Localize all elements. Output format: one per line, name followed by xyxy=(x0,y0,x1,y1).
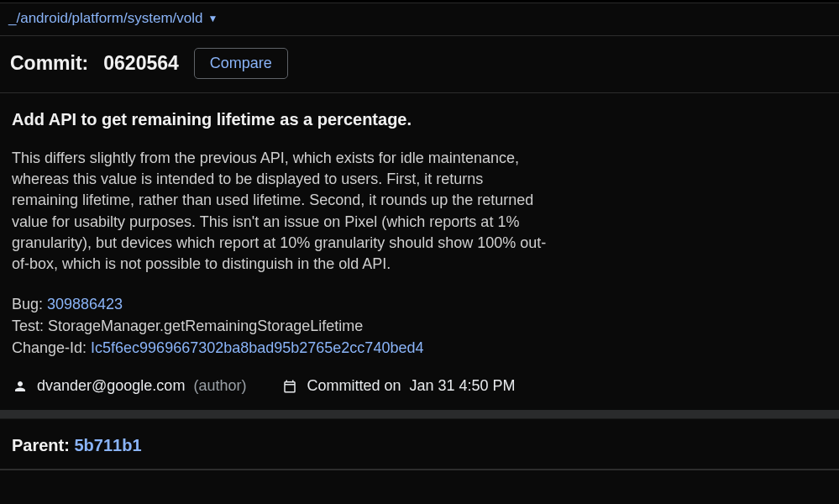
test-label: Test: xyxy=(12,318,48,334)
commit-hash: 0620564 xyxy=(103,52,179,75)
changeid-link[interactable]: Ic5f6ec9969667302ba8bad95b2765e2cc740bed… xyxy=(91,339,423,356)
chevron-down-icon: ▼ xyxy=(208,13,218,24)
breadcrumb-text: _/android/platform/system/vold xyxy=(8,10,203,27)
committed-date: Jan 31 4:50 PM xyxy=(409,377,515,395)
calendar-icon xyxy=(281,378,298,395)
bottom-divider xyxy=(0,469,839,470)
commit-trailers: Bug: 309886423 Test: StorageManager.getR… xyxy=(12,293,827,359)
commit-title: Add API to get remaining lifetime as a p… xyxy=(12,110,827,129)
commit-message: Add API to get remaining lifetime as a p… xyxy=(0,93,839,374)
breadcrumb-path-link[interactable]: _/android/platform/system/vold ▼ xyxy=(8,10,218,27)
commit-label: Commit: xyxy=(10,52,88,75)
test-value: StorageManager.getRemainingStorageLifeti… xyxy=(48,318,363,334)
author-role: (author) xyxy=(193,377,246,395)
changeid-label: Change-Id: xyxy=(12,339,91,356)
test-line: Test: StorageManager.getRemainingStorage… xyxy=(12,315,827,337)
breadcrumb-bar: _/android/platform/system/vold ▼ xyxy=(0,3,839,36)
section-divider xyxy=(0,410,839,418)
parent-label: Parent: xyxy=(12,436,70,454)
commit-body: This differs slightly from the previous … xyxy=(12,148,549,275)
parent-row: Parent: 5b711b1 xyxy=(0,418,839,464)
person-icon xyxy=(12,378,29,395)
author-row: dvander@google.com (author) Committed on… xyxy=(0,374,839,410)
changeid-line: Change-Id: Ic5f6ec9969667302ba8bad95b276… xyxy=(12,337,827,359)
bug-label: Bug: xyxy=(12,296,47,312)
parent-hash-link[interactable]: 5b711b1 xyxy=(74,436,141,454)
compare-button[interactable]: Compare xyxy=(194,48,288,79)
commit-header: Commit: 0620564 Compare xyxy=(0,36,839,93)
bug-line: Bug: 309886423 xyxy=(12,293,827,315)
author-email: dvander@google.com xyxy=(37,377,185,395)
bug-link[interactable]: 309886423 xyxy=(47,296,123,312)
committed-label: Committed on xyxy=(307,377,401,395)
